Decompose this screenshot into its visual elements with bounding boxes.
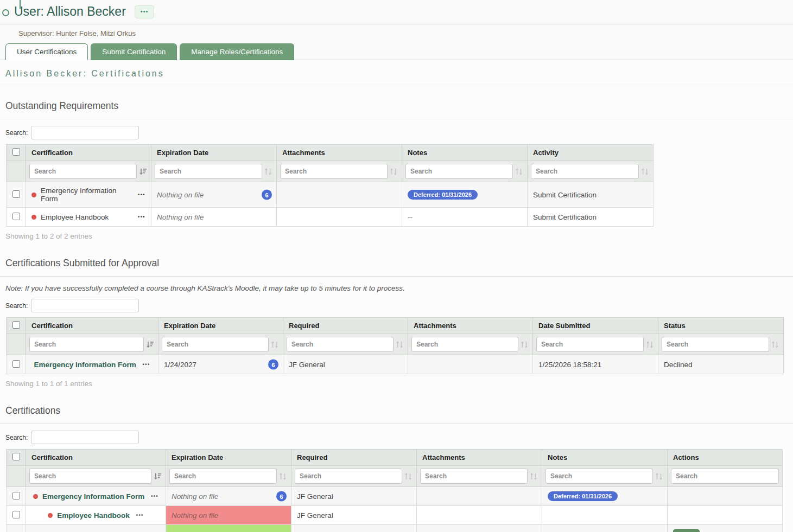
certification-name[interactable]: Emergency Information Form (42, 492, 144, 501)
notes-cell (542, 506, 668, 525)
outstanding-notes-search-input[interactable] (405, 164, 513, 179)
submitted-global-search-input[interactable] (31, 299, 139, 312)
row-menu-icon[interactable]: ••• (151, 493, 158, 499)
certifications-required-search-input[interactable] (295, 469, 402, 484)
table-row: Emergency Information Form••• 1/24/20276… (7, 355, 784, 374)
row-menu-icon[interactable]: ••• (138, 214, 145, 220)
submitted-col-certification[interactable]: Certification (26, 318, 158, 334)
tab-user-certifications[interactable]: User Certifications (5, 43, 88, 60)
expiration-value: Nothing on file (172, 492, 218, 501)
submitted-select-all-checkbox[interactable] (12, 321, 20, 329)
certifications-global-search-input[interactable] (31, 431, 139, 444)
table-row: Employee Handbook••• Nothing on file -- … (7, 208, 654, 227)
sort-both-icon[interactable] (655, 472, 664, 480)
submitted-status-search-input[interactable] (662, 337, 769, 352)
outstanding-activity-search-input[interactable] (531, 164, 639, 179)
attachments-cell (417, 525, 542, 532)
attachments-cell (408, 355, 533, 374)
row-select-checkbox[interactable] (12, 190, 20, 198)
outstanding-requirements-table: Certification Expiration Date Attachment… (6, 144, 654, 227)
sort-both-icon[interactable] (521, 341, 529, 349)
submitted-certification-search-input[interactable] (29, 337, 144, 352)
sort-amount-asc-icon[interactable] (154, 472, 162, 480)
submitted-col-attachments[interactable]: Attachments (408, 318, 533, 334)
certifications-col-attachments[interactable]: Attachments (417, 450, 542, 466)
status-value: Declined (658, 355, 784, 374)
certifications-select-all-checkbox[interactable] (12, 453, 20, 460)
outstanding-global-search-input[interactable] (31, 126, 139, 139)
sort-amount-asc-icon[interactable] (146, 341, 155, 349)
certification-name[interactable]: Emergency Information Form (34, 361, 136, 369)
submitted-col-required[interactable]: Required (283, 318, 408, 334)
actions-cell (668, 506, 783, 525)
certifications-col-expiration-date[interactable]: Expiration Date (166, 450, 291, 466)
outstanding-col-attachments[interactable]: Attachments (277, 145, 402, 161)
submitted-required-search-input[interactable] (287, 337, 394, 352)
outstanding-col-notes[interactable]: Notes (402, 145, 528, 161)
row-menu-icon[interactable]: ••• (136, 512, 144, 518)
required-value: JF General (283, 355, 408, 374)
certifications-notes-search-input[interactable] (545, 469, 653, 484)
sort-both-icon[interactable] (641, 168, 650, 176)
tab-manage-roles-certifications[interactable]: Manage Roles/Certifications (180, 43, 294, 60)
sort-amount-asc-icon[interactable] (139, 168, 148, 176)
outstanding-col-certification[interactable]: Certification (26, 145, 151, 161)
sort-both-icon[interactable] (404, 472, 413, 480)
sort-both-icon[interactable] (771, 341, 780, 349)
certifications-col-required[interactable]: Required (291, 450, 417, 466)
outstanding-col-expiration-date[interactable]: Expiration Date (151, 145, 277, 161)
row-menu-icon[interactable]: ••• (143, 362, 150, 367)
status-red-dot-icon (31, 215, 36, 220)
sort-both-icon[interactable] (396, 341, 404, 349)
outstanding-col-activity[interactable]: Activity (528, 145, 654, 161)
expiration-value: Nothing on file (157, 191, 204, 199)
certifications-col-certification[interactable]: Certification (26, 450, 166, 466)
certifications-actions-search-input[interactable] (671, 469, 779, 484)
submitted-col-expiration-date[interactable]: Expiration Date (158, 318, 283, 334)
row-select-checkbox[interactable] (12, 360, 20, 368)
certifications-attachments-search-input[interactable] (420, 469, 528, 484)
submitted-search-label: Search: (5, 302, 28, 310)
certifications-col-notes[interactable]: Notes (542, 450, 668, 466)
edit-button[interactable]: Edit (673, 529, 700, 532)
certification-name[interactable]: Employee Handbook (57, 511, 130, 520)
certifications-certification-search-input[interactable] (29, 469, 151, 484)
outstanding-entries-info: Showing 1 to 2 of 2 entries (0, 227, 793, 243)
submitted-col-status[interactable]: Status (658, 318, 784, 334)
outstanding-attachments-search-input[interactable] (280, 164, 388, 179)
certification-name[interactable]: Employee Handbook (41, 213, 109, 221)
submitted-date-search-input[interactable] (536, 337, 644, 352)
count-badge[interactable]: 6 (276, 491, 287, 502)
certification-name[interactable]: Emergency Information Form (41, 187, 134, 203)
outstanding-certification-search-input[interactable] (29, 164, 137, 179)
tab-bar: User Certifications Submit Certification… (0, 43, 793, 60)
status-red-dot-icon (33, 494, 38, 499)
row-select-checkbox[interactable] (12, 492, 20, 499)
attachments-cell (277, 182, 402, 208)
outstanding-select-all-checkbox[interactable] (12, 148, 20, 156)
tab-submit-certification[interactable]: Submit Certification (91, 43, 177, 60)
sort-both-icon[interactable] (279, 472, 288, 480)
sort-both-icon[interactable] (515, 168, 524, 176)
count-badge[interactable]: 6 (262, 190, 272, 200)
sort-both-icon[interactable] (646, 341, 655, 349)
count-badge[interactable]: 6 (268, 360, 278, 370)
submit-certification-link[interactable]: Submit Certification (533, 213, 597, 221)
row-select-checkbox[interactable] (12, 511, 20, 518)
sort-both-icon[interactable] (271, 341, 280, 349)
row-select-checkbox[interactable] (12, 213, 20, 220)
submitted-col-date-submitted[interactable]: Date Submitted (533, 318, 658, 334)
outstanding-expiration-search-input[interactable] (155, 164, 262, 179)
sort-both-icon[interactable] (264, 168, 273, 176)
certifications-col-actions[interactable]: Actions (668, 450, 783, 466)
row-menu-icon[interactable]: ••• (138, 192, 145, 197)
user-actions-menu-button[interactable]: ••• (135, 5, 155, 18)
submit-certification-link[interactable]: Submit Certification (533, 191, 597, 199)
certifications-expiration-search-input[interactable] (169, 469, 277, 484)
actions-cell (668, 487, 783, 506)
sort-both-icon[interactable] (530, 472, 538, 480)
sort-both-icon[interactable] (390, 168, 398, 176)
status-red-dot-icon (48, 513, 53, 518)
submitted-attachments-search-input[interactable] (411, 337, 518, 352)
submitted-expiration-search-input[interactable] (162, 337, 269, 352)
